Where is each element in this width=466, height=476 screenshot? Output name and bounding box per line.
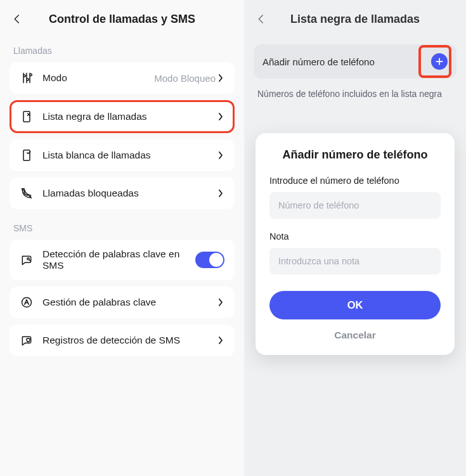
chevron-right-icon [218,190,224,197]
svg-rect-0 [23,112,30,122]
keywords-card: Gestión de palabras clave [10,286,235,318]
blacklist-label: Lista negra de llamadas [42,111,218,122]
sliders-icon [20,71,34,85]
sms-detect-row[interactable]: Detección de palabras clave en SMS [10,240,235,280]
sms-detect-toggle[interactable] [195,252,224,268]
phone-input[interactable] [269,192,441,219]
mode-value: Modo Bloqueo [154,73,216,84]
ok-button[interactable]: OK [269,291,441,319]
chevron-right-icon [218,113,224,120]
blacklist-hint: Números de teléfono incluidos en la list… [254,79,456,109]
chevron-right-icon [218,151,224,159]
letter-a-icon [20,295,34,309]
add-number-modal: Añadir número de teléfono Introduce el n… [256,133,455,355]
page-title: Lista negra de llamadas [269,13,441,26]
mode-row[interactable]: Modo Modo Bloqueo [10,62,235,94]
whitelist-row[interactable]: Lista blanca de llamadas [10,139,235,171]
back-button[interactable] [10,11,25,27]
phone-blocked-icon [20,186,34,200]
sms-logs-card: Registros de detección de SMS [10,325,235,356]
blocked-label: Llamadas bloqueadas [42,188,218,199]
sms-detect-label: Detección de palabras clave en SMS [42,248,195,271]
whitelist-card: Lista blanca de llamadas [10,139,235,171]
blacklist-screen: Lista negra de llamadas Añadir número de… [244,0,466,476]
blocked-card: Llamadas bloqueadas [10,177,235,209]
svg-point-3 [22,298,32,307]
svg-rect-1 [23,150,30,161]
mode-card: Modo Modo Bloqueo [10,62,235,94]
chat-search-icon [20,253,34,267]
blacklist-row[interactable]: Lista negra de llamadas [10,100,235,133]
modal-title: Añadir número de teléfono [269,148,441,162]
whitelist-label: Lista blanca de llamadas [42,150,218,161]
page-title: Control de llamadas y SMS [25,13,219,26]
add-number-label: Añadir número de teléfono [262,56,431,67]
cancel-button[interactable]: Cancelar [269,319,441,344]
keywords-row[interactable]: Gestión de palabras clave [10,286,235,318]
mode-label: Modo [42,72,154,84]
back-button[interactable] [254,11,269,27]
blacklist-card: Lista negra de llamadas [10,100,235,133]
add-button-wrap [431,53,448,70]
sms-logs-row[interactable]: Registros de detección de SMS [10,325,235,356]
add-number-row[interactable]: Añadir número de teléfono [254,44,456,79]
chevron-right-icon [218,299,224,306]
keywords-label: Gestión de palabras clave [42,297,218,308]
plus-icon[interactable] [431,53,448,70]
section-calls: Llamadas [10,38,235,62]
phone-check-icon [20,148,34,162]
blocked-row[interactable]: Llamadas bloqueadas [10,177,235,209]
phone-label: Introduce el número de teléfono [269,176,441,186]
section-sms: SMS [10,215,235,240]
settings-screen: Control de llamadas y SMS Llamadas Modo … [0,0,244,476]
phone-block-icon [20,110,34,124]
sms-detect-card: Detección de palabras clave en SMS [10,240,235,280]
chevron-right-icon [218,337,224,344]
sms-logs-label: Registros de detección de SMS [42,335,218,346]
note-input[interactable] [269,248,441,274]
note-label: Nota [269,231,441,241]
header: Control de llamadas y SMS [10,0,235,38]
chevron-right-icon [218,74,224,82]
chat-shield-icon [20,333,34,347]
header: Lista negra de llamadas [254,0,456,38]
